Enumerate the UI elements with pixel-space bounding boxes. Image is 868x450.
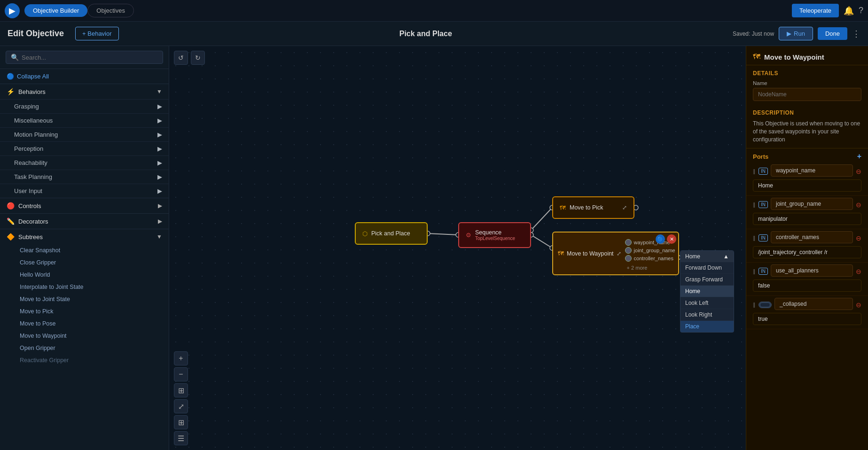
- run-button[interactable]: ▶ Run: [779, 27, 813, 40]
- canvas-title-area: Pick and Place: [119, 30, 733, 38]
- wd-item-home[interactable]: Home: [680, 286, 734, 297]
- move-waypoint-expand-icon[interactable]: ⤢: [617, 250, 621, 257]
- sidebar: 🔍 🔵 Collapse All ⚡ Behaviors ▼ Grasping …: [0, 46, 169, 450]
- node-sequence[interactable]: ⚙ Sequence TopLevelSequence: [458, 222, 531, 248]
- grid-button[interactable]: ⊞: [174, 415, 188, 429]
- tab-objective-builder[interactable]: Objective Builder: [24, 4, 87, 17]
- sidebar-item-user-input[interactable]: User Input ▶: [0, 184, 169, 198]
- rp-port-del-joint[interactable]: ⊖: [856, 201, 861, 209]
- redo-button[interactable]: ↻: [191, 51, 205, 65]
- search-input[interactable]: [22, 54, 158, 61]
- node-pick-place[interactable]: ⬡ Pick and Place: [355, 222, 428, 245]
- rp-port-handle-waypoint: ‖: [753, 168, 756, 174]
- sidebar-item-grasping[interactable]: Grasping ▶: [0, 99, 169, 113]
- expand-button[interactable]: ⤢: [174, 399, 188, 413]
- sidebar-item-task-planning[interactable]: Task Planning ▶: [0, 170, 169, 184]
- rp-port-value-waypoint: Home: [753, 179, 861, 192]
- rp-port-name-planners: use_all_planners: [771, 264, 853, 277]
- saved-label: Saved: Just now: [733, 31, 774, 37]
- fit-button[interactable]: ⊞: [174, 383, 188, 397]
- rp-name-input[interactable]: [753, 88, 861, 101]
- logo-icon[interactable]: ▶: [5, 3, 20, 18]
- canvas-area: ↺ ↻ ⬡ Pick and Place ⚙: [169, 46, 746, 450]
- move-pick-expand-icon[interactable]: ⤢: [622, 204, 627, 211]
- subtrees-icon: 🔶: [7, 233, 15, 241]
- wd-item-place[interactable]: Place: [680, 321, 734, 332]
- sequence-sublabel: TopLevelSequence: [475, 236, 515, 241]
- perception-chevron: ▶: [157, 145, 162, 152]
- leaf-move-pose[interactable]: Move to Pose: [0, 318, 169, 330]
- rp-port-del-waypoint[interactable]: ⊖: [856, 168, 861, 175]
- leaf-move-pick[interactable]: Move to Pick: [0, 305, 169, 318]
- rp-port-handle-planners: ‖: [753, 268, 756, 274]
- sidebar-section-behaviors[interactable]: ⚡ Behaviors ▼: [0, 84, 169, 99]
- tab-objectives[interactable]: Objectives: [87, 4, 134, 17]
- sidebar-section-decorators[interactable]: ✏️ Decorators ▶: [0, 213, 169, 229]
- leaf-clear-snapshot[interactable]: Clear Snapshot: [0, 244, 169, 256]
- leaf-move-joint[interactable]: Move to Joint State: [0, 293, 169, 305]
- rp-port-controller: ‖ IN controller_names ⊖ /joint_trajector…: [746, 229, 868, 263]
- node-ctrl-blue-button[interactable]: 🔵: [656, 234, 665, 244]
- controls-label: Controls: [18, 202, 41, 209]
- rp-icon: 🗺: [753, 53, 760, 61]
- sidebar-item-reachability[interactable]: Reachability ▶: [0, 155, 169, 170]
- wd-item-forward-down[interactable]: Forward Down: [680, 262, 734, 274]
- done-button[interactable]: Done: [818, 27, 847, 40]
- sidebar-body: 🔵 Collapse All ⚡ Behaviors ▼ Grasping ▶ …: [0, 69, 169, 450]
- decorators-chevron: ▶: [158, 218, 162, 225]
- node-move-waypoint[interactable]: 🗺 Move to Waypoint ⤢ 🔵 ✕ waypoint_name j…: [552, 232, 679, 275]
- port-label-controller: controller_names: [634, 256, 673, 261]
- leaf-close-gripper[interactable]: Close Gripper: [0, 256, 169, 269]
- sequence-icon: ⚙: [466, 232, 471, 239]
- teleoperate-button[interactable]: Teleoperate: [792, 4, 839, 17]
- port-dot-waypoint: [625, 239, 632, 246]
- rp-port-collapsed: ‖ _collapsed ⊖ true: [746, 296, 868, 329]
- rp-port-joint-group: ‖ IN joint_group_name ⊖ manipulator: [746, 196, 868, 229]
- misc-chevron: ▶: [157, 117, 162, 124]
- wd-item-grasp-forward[interactable]: Grasp Forward: [680, 274, 734, 286]
- decorators-label: Decorators: [18, 218, 48, 225]
- waypoint-dropdown[interactable]: Home ▲ Forward Down Grasp Forward Home L…: [680, 250, 734, 333]
- bell-icon[interactable]: 🔔: [844, 6, 854, 16]
- undo-button[interactable]: ↺: [174, 51, 188, 65]
- leaf-reactivate-gripper[interactable]: Reactivate Gripper: [0, 354, 169, 366]
- leaf-interpolate-joint[interactable]: Interpolate to Joint State: [0, 281, 169, 293]
- zoom-in-button[interactable]: +: [174, 351, 188, 365]
- leaf-open-gripper[interactable]: Open Gripper: [0, 342, 169, 354]
- layout-button[interactable]: ☰: [174, 431, 188, 445]
- search-icon: 🔍: [11, 54, 19, 61]
- svg-line-0: [428, 233, 458, 235]
- behaviors-label: Behaviors: [18, 88, 46, 95]
- help-icon[interactable]: ?: [859, 6, 863, 16]
- leaf-move-waypoint[interactable]: Move to Waypoint: [0, 330, 169, 342]
- node-ports: waypoint_name joint_group_name controlle…: [625, 239, 675, 271]
- sidebar-item-perception[interactable]: Perception ▶: [0, 141, 169, 155]
- rp-port-del-planners[interactable]: ⊖: [856, 268, 861, 275]
- leaf-hello-world[interactable]: Hello World: [0, 269, 169, 281]
- node-move-pick[interactable]: 🗺 Move to Pick ⤢: [552, 196, 634, 219]
- collapse-all-button[interactable]: 🔵 Collapse All: [0, 69, 169, 84]
- wd-item-look-right[interactable]: Look Right: [680, 309, 734, 321]
- zoom-out-button[interactable]: −: [174, 367, 188, 381]
- rp-port-del-ctrl[interactable]: ⊖: [856, 234, 861, 242]
- controls-icon: 🔴: [7, 202, 15, 209]
- wd-item-look-left[interactable]: Look Left: [680, 297, 734, 309]
- port-dot-joint: [625, 247, 632, 254]
- rp-port-value-collapsed: true: [753, 313, 861, 325]
- port-row-controller: controller_names: [625, 255, 675, 262]
- sidebar-section-controls[interactable]: 🔴 Controls ▶: [0, 198, 169, 213]
- sidebar-search-area: 🔍: [0, 46, 169, 69]
- more-options-button[interactable]: ⋮: [852, 29, 860, 39]
- behaviors-chevron: ▼: [156, 88, 162, 95]
- rp-add-port-button[interactable]: +: [857, 152, 861, 161]
- rp-port-handle-joint: ‖: [753, 202, 756, 208]
- sidebar-item-motion-planning[interactable]: Motion Planning ▶: [0, 127, 169, 141]
- user-input-chevron: ▶: [157, 187, 162, 194]
- rp-header: 🗺 Move to Waypoint: [746, 46, 868, 65]
- sidebar-item-miscellaneous[interactable]: Miscellaneous ▶: [0, 113, 169, 127]
- rp-port-del-collapsed[interactable]: ⊖: [856, 301, 861, 309]
- sidebar-section-subtrees[interactable]: 🔶 Subtrees ▼: [0, 229, 169, 244]
- add-behavior-button[interactable]: + Behavior: [75, 27, 119, 40]
- node-ctrl-red-button[interactable]: ✕: [667, 234, 676, 244]
- rp-port-toggle-collapsed[interactable]: [759, 302, 772, 308]
